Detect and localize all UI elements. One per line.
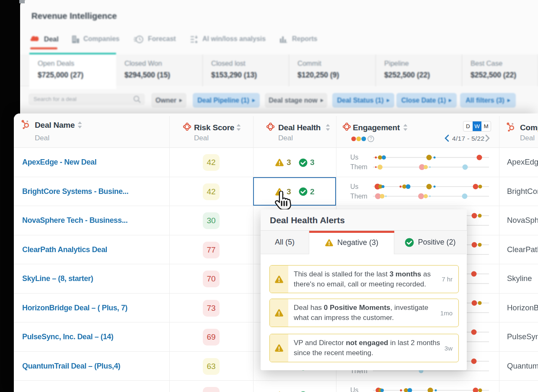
svg-text:?: ? — [370, 136, 372, 141]
